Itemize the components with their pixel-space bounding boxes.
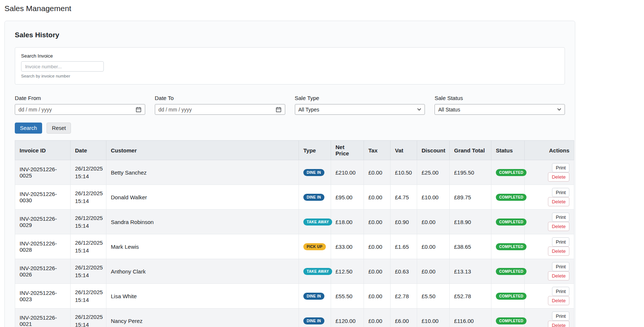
delete-button[interactable]: Delete <box>548 222 569 231</box>
print-button[interactable]: Print <box>552 163 569 172</box>
tax-cell: £0.00 <box>364 185 391 210</box>
tax-cell: £0.00 <box>364 210 391 234</box>
date-cell: 26/12/2025 15:14 <box>71 259 106 284</box>
delete-button[interactable]: Delete <box>548 271 569 280</box>
search-button[interactable]: Search <box>15 123 42 134</box>
status-cell: COMPLETED <box>491 284 525 309</box>
type-cell: DINE IN <box>299 284 331 309</box>
sale-type-select[interactable]: All Types <box>295 104 425 115</box>
vat-cell: £6.00 <box>391 309 417 327</box>
net-price-cell: £210.00 <box>331 160 364 185</box>
date-value: 26/12/2025 <box>75 165 102 172</box>
type-badge: TAKE AWAY <box>303 268 332 275</box>
delete-button[interactable]: Delete <box>548 172 569 182</box>
delete-button[interactable]: Delete <box>548 197 569 206</box>
time-value: 15:14 <box>75 321 102 327</box>
date-from-value: dd / mm / yyyy <box>18 107 52 113</box>
calendar-icon[interactable] <box>276 107 282 113</box>
net-price-cell: £18.00 <box>331 210 364 234</box>
column-header-grand-total: Grand Total <box>450 141 491 160</box>
net-price-cell: £55.50 <box>331 284 364 309</box>
status-cell: COMPLETED <box>491 309 525 327</box>
search-invoice-label: Search Invoice <box>21 53 559 59</box>
table-row: INV-20251226-0026 26/12/2025 15:14 Antho… <box>15 259 574 284</box>
column-header-status: Status <box>491 141 525 160</box>
table-row: INV-20251226-0025 26/12/2025 15:14 Betty… <box>15 160 574 185</box>
filter-date-to: Date To dd / mm / yyyy <box>155 95 285 115</box>
discount-cell: £0.00 <box>417 210 450 234</box>
status-cell: COMPLETED <box>491 210 525 234</box>
type-cell: TAKE AWAY <box>299 210 331 234</box>
grand-total-cell: £195.50 <box>450 160 491 185</box>
date-value: 26/12/2025 <box>75 214 102 222</box>
status-cell: COMPLETED <box>491 160 525 185</box>
type-badge: DINE IN <box>303 317 324 324</box>
filter-date-from: Date From dd / mm / yyyy <box>15 95 145 115</box>
date-value: 26/12/2025 <box>75 288 102 296</box>
date-to-value: dd / mm / yyyy <box>159 107 192 113</box>
column-header-tax: Tax <box>364 141 391 160</box>
date-cell: 26/12/2025 15:14 <box>71 210 106 234</box>
time-value: 15:14 <box>75 197 102 205</box>
reset-button[interactable]: Reset <box>47 123 71 134</box>
sales-history-card: Sales History Search Invoice Search by i… <box>4 21 575 327</box>
grand-total-cell: £13.13 <box>450 259 491 284</box>
search-invoice-help: Search by invoice number <box>21 74 559 78</box>
time-value: 15:14 <box>75 296 102 304</box>
invoice-id-cell: INV-20251226-0028 <box>15 234 71 259</box>
delete-button[interactable]: Delete <box>548 321 569 327</box>
grand-total-cell: £38.65 <box>450 234 491 259</box>
invoice-id-cell: INV-20251226-0030 <box>15 185 71 210</box>
vat-cell: £4.75 <box>391 185 417 210</box>
column-header-date: Date <box>71 141 106 160</box>
sale-status-value: All Status <box>438 107 460 113</box>
customer-cell: Anthony Clark <box>106 259 299 284</box>
type-cell: PICK UP <box>299 234 331 259</box>
discount-cell: £0.00 <box>417 234 450 259</box>
search-invoice-input[interactable] <box>21 61 104 72</box>
print-button[interactable]: Print <box>552 311 569 321</box>
net-price-cell: £95.00 <box>331 185 364 210</box>
time-value: 15:14 <box>75 271 102 279</box>
status-badge: COMPLETED <box>496 293 527 300</box>
actions-cell: Print Delete <box>525 234 574 259</box>
print-button[interactable]: Print <box>552 188 569 197</box>
page-title: Sales Management <box>4 4 644 13</box>
time-value: 15:14 <box>75 247 102 254</box>
type-badge: TAKE AWAY <box>303 218 332 226</box>
print-button[interactable]: Print <box>552 262 569 271</box>
delete-button[interactable]: Delete <box>548 296 569 305</box>
vat-cell: £10.50 <box>391 160 417 185</box>
status-badge: COMPLETED <box>496 218 527 226</box>
print-button[interactable]: Print <box>552 287 569 296</box>
customer-cell: Betty Sanchez <box>106 160 299 185</box>
status-badge: COMPLETED <box>496 243 527 250</box>
table-row: INV-20251226-0023 26/12/2025 15:14 Lisa … <box>15 284 574 309</box>
filter-buttons: Search Reset <box>15 123 565 134</box>
column-header-actions: Actions <box>525 141 574 160</box>
actions-cell: Print Delete <box>525 160 574 185</box>
date-to-label: Date To <box>155 95 285 101</box>
calendar-icon[interactable] <box>136 107 142 113</box>
filter-sale-type: Sale Type All Types <box>295 95 425 115</box>
delete-button[interactable]: Delete <box>548 247 569 256</box>
date-cell: 26/12/2025 15:14 <box>71 284 106 309</box>
date-to-input[interactable]: dd / mm / yyyy <box>155 104 285 115</box>
sale-type-value: All Types <box>299 107 320 113</box>
tax-cell: £0.00 <box>364 309 391 327</box>
invoice-id-cell: INV-20251226-0023 <box>15 284 71 309</box>
sale-status-select[interactable]: All Status <box>435 104 565 115</box>
column-header-customer: Customer <box>106 141 299 160</box>
actions-cell: Print Delete <box>525 309 574 327</box>
type-cell: DINE IN <box>299 309 331 327</box>
time-value: 15:14 <box>75 172 102 180</box>
status-cell: COMPLETED <box>491 185 525 210</box>
actions-cell: Print Delete <box>525 185 574 210</box>
date-from-input[interactable]: dd / mm / yyyy <box>15 104 145 115</box>
column-header-type: Type <box>299 141 331 160</box>
date-cell: 26/12/2025 15:14 <box>71 185 106 210</box>
print-button[interactable]: Print <box>552 237 569 247</box>
invoice-id-cell: INV-20251226-0026 <box>15 259 71 284</box>
print-button[interactable]: Print <box>552 213 569 222</box>
discount-cell: £0.00 <box>417 259 450 284</box>
